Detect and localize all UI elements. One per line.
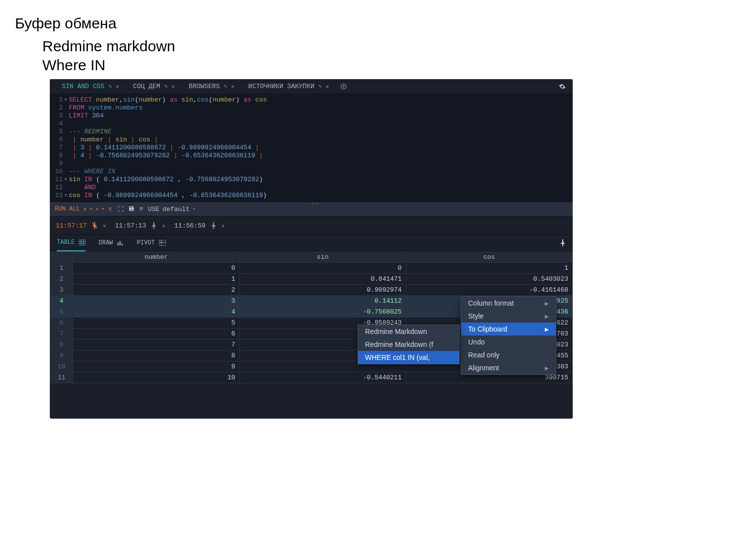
context-menu-item[interactable]: Read only [461, 348, 556, 361]
menu-item-label: Column format [468, 299, 514, 307]
row-number: 5 [50, 307, 73, 318]
row-number: 8 [50, 339, 73, 350]
context-menu-item[interactable]: Alignment▶ [461, 361, 556, 374]
run-all-button[interactable]: RUN ALL ⇅ + ✕ + ⏸ [55, 206, 113, 213]
tab-label: СОЦ ДЕМ [133, 83, 160, 90]
cell-number[interactable]: 6 [73, 329, 240, 339]
view-tab-pivot[interactable]: PIVOT [137, 234, 166, 251]
row-number: 2 [50, 274, 73, 285]
page-subtitle-1: Redmine markdown [0, 37, 747, 56]
tab-label: BROWSERS [189, 83, 220, 90]
cell-cos[interactable]: 0.5403023 [406, 274, 572, 285]
close-icon[interactable]: ✕ [162, 223, 165, 229]
pencil-icon[interactable]: ✎ [109, 83, 112, 90]
menu-item-label: To Clipboard [468, 325, 507, 333]
context-menu-item[interactable]: Redmine Markdown (f [358, 338, 459, 351]
close-icon[interactable]: ✕ [171, 83, 175, 90]
cell-number[interactable]: 8 [73, 350, 240, 361]
row-number: 10 [50, 361, 73, 372]
context-submenu-clipboard[interactable]: Redmine MarkdownRedmine Markdown (fWHERE… [358, 325, 460, 364]
cell-cos[interactable]: -0.4161468 [406, 285, 572, 296]
pencil-icon[interactable]: ✎ [224, 83, 227, 90]
cell-number[interactable]: 10 [73, 372, 240, 383]
context-menu-item[interactable]: WHERE col1 IN (val, [358, 351, 459, 364]
close-icon[interactable]: ✕ [231, 83, 235, 90]
context-menu-item[interactable]: Redmine Markdown [358, 325, 459, 338]
time-label: 11:57:13 [115, 222, 146, 229]
close-icon[interactable]: ✕ [103, 223, 106, 229]
context-menu-item[interactable]: Style▶ [461, 310, 556, 323]
cell-number[interactable]: 2 [73, 285, 240, 296]
add-tab-button[interactable] [336, 84, 352, 90]
close-icon[interactable]: ✕ [116, 83, 119, 90]
cell-sin[interactable]: 0.9092974 [240, 285, 406, 296]
context-menu-item[interactable]: To Clipboard▶ [461, 323, 556, 336]
column-header[interactable]: number [73, 252, 240, 263]
view-tab-label: DRAW [99, 239, 113, 246]
save-icon[interactable] [128, 206, 134, 213]
cell-sin[interactable]: -0.5440211 [240, 372, 406, 383]
view-tab-label: PIVOT [137, 239, 155, 246]
result-time-tab[interactable]: 11:56:59✕ [174, 222, 225, 229]
query-tab[interactable]: СОЦ ДЕМ✎✕ [126, 79, 182, 94]
view-tab-draw[interactable]: DRAW [99, 234, 124, 251]
svg-rect-2 [159, 240, 166, 246]
tab-label: ИСТОЧНИКИ ЗАКУПКИ [249, 83, 315, 90]
cell-sin[interactable]: 0.841471 [240, 274, 406, 285]
chart-icon [117, 240, 124, 246]
cell-sin[interactable]: 0 [240, 263, 406, 274]
menu-icon[interactable]: ≡ [139, 206, 143, 213]
close-icon[interactable]: ✕ [326, 83, 329, 90]
chevron-right-icon: ▶ [545, 314, 549, 319]
pivot-icon [159, 240, 166, 246]
editor-code[interactable]: ▾SELECT number,sin(number) as sin,cos(nu… [66, 94, 573, 202]
resize-grip-icon[interactable]: ══ [311, 201, 319, 207]
cell-sin[interactable]: 0.14112 [240, 296, 406, 307]
page-subtitle-2: Where IN [0, 56, 747, 75]
pin-icon[interactable] [211, 222, 217, 229]
cell-number[interactable]: 5 [73, 318, 240, 329]
close-icon[interactable]: ✕ [222, 223, 225, 229]
pin-icon[interactable] [560, 239, 566, 246]
query-tabbar: SIN AND COS✎✕СОЦ ДЕМ✎✕BROWSERS✎✕ИСТОЧНИК… [50, 79, 573, 94]
table-row[interactable]: 210.8414710.5403023 [50, 274, 573, 285]
cell-number[interactable]: 3 [73, 296, 240, 307]
query-tab[interactable]: SIN AND COS✎✕ [55, 79, 126, 94]
query-tab[interactable]: BROWSERS✎✕ [182, 79, 242, 94]
database-selector[interactable]: USE default ▾ [148, 206, 196, 213]
cell-number[interactable]: 1 [73, 274, 240, 285]
pencil-icon[interactable]: ✎ [318, 83, 322, 90]
gear-icon[interactable] [559, 83, 568, 90]
cell-number[interactable]: 0 [73, 263, 240, 274]
context-menu[interactable]: Column format▶Style▶To Clipboard▶UndoRea… [461, 296, 556, 375]
sql-client-app: SIN AND COS✎✕СОЦ ДЕМ✎✕BROWSERS✎✕ИСТОЧНИК… [50, 79, 573, 419]
cell-cos[interactable]: 1 [406, 263, 572, 274]
column-header[interactable]: sin [240, 252, 406, 263]
cell-number[interactable]: 9 [73, 361, 240, 372]
result-time-tab[interactable]: 11:57:17✕ [56, 222, 106, 229]
row-number: 7 [50, 329, 73, 339]
menu-item-label: Undo [468, 338, 485, 346]
menu-item-label: WHERE col1 IN (val, [365, 353, 430, 361]
sql-editor[interactable]: 12345678910111213 ▾SELECT number,sin(num… [50, 94, 573, 202]
cell-sin[interactable]: -0.7568025 [240, 307, 406, 318]
view-tab-table[interactable]: TABLE [57, 234, 86, 251]
column-header[interactable]: cos [406, 252, 572, 263]
cell-number[interactable]: 7 [73, 339, 240, 350]
pin-icon[interactable] [151, 222, 157, 229]
pin-icon[interactable] [92, 222, 98, 229]
table-row[interactable]: 320.9092974-0.4161468 [50, 285, 573, 296]
page-title: Буфер обмена [0, 0, 747, 37]
fullscreen-icon[interactable]: ⛶ [118, 206, 124, 213]
editor-gutter: 12345678910111213 [50, 94, 66, 202]
pencil-icon[interactable]: ✎ [164, 83, 168, 90]
result-time-tab[interactable]: 11:57:13✕ [115, 222, 165, 229]
menu-item-label: Style [468, 312, 484, 320]
table-row[interactable]: 1001 [50, 263, 573, 274]
time-label: 11:57:17 [56, 222, 87, 229]
menu-item-label: Read only [468, 351, 499, 359]
cell-number[interactable]: 4 [73, 307, 240, 318]
context-menu-item[interactable]: Column format▶ [461, 297, 556, 310]
query-tab[interactable]: ИСТОЧНИКИ ЗАКУПКИ✎✕ [242, 79, 336, 94]
context-menu-item[interactable]: Undo [461, 336, 556, 348]
